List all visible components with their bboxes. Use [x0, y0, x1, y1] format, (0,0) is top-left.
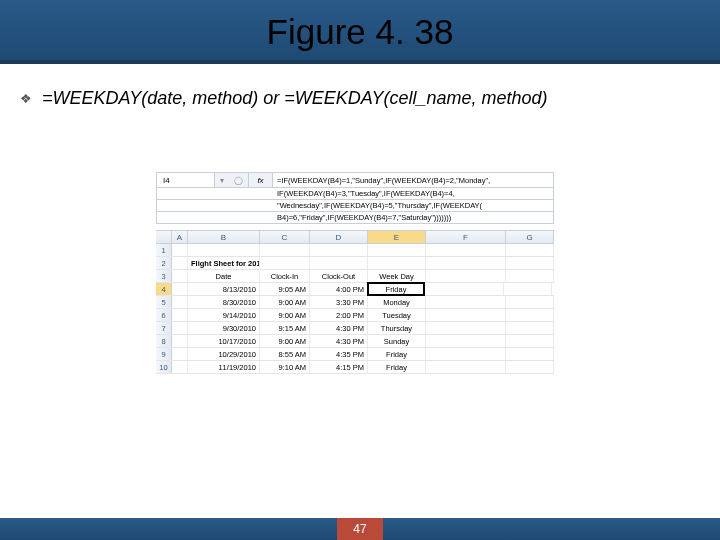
cell[interactable]: [424, 283, 504, 295]
col-header-c[interactable]: C: [260, 231, 310, 243]
row-header[interactable]: 5: [156, 296, 172, 308]
cell[interactable]: Friday: [367, 282, 425, 296]
cell[interactable]: [506, 335, 554, 347]
name-box[interactable]: I4: [157, 173, 215, 187]
col-header-d[interactable]: D: [310, 231, 368, 243]
cell[interactable]: 4:35 PM: [310, 348, 368, 360]
cell[interactable]: 8/30/2010: [188, 296, 260, 308]
cell[interactable]: [506, 244, 554, 256]
cell[interactable]: [506, 348, 554, 360]
cell[interactable]: Week Day: [368, 270, 426, 282]
col-header-a[interactable]: A: [172, 231, 188, 243]
cell[interactable]: [506, 361, 554, 373]
formula-line-1: IF(WEEKDAY(B4)=3,"Tuesday",IF(WEEKDAY(B4…: [156, 188, 554, 200]
row-header[interactable]: 1: [156, 244, 172, 256]
cell[interactable]: [310, 257, 368, 269]
formula-bar: I4 ▾ ◯ fx =IF(WEEKDAY(B4)=1,"Sunday",IF(…: [156, 172, 554, 188]
cell[interactable]: [368, 257, 426, 269]
dropdown-icon[interactable]: ▾: [220, 176, 224, 185]
row-header[interactable]: 9: [156, 348, 172, 360]
cell[interactable]: Tuesday: [368, 309, 426, 321]
cell[interactable]: 9:00 AM: [260, 335, 310, 347]
cell[interactable]: 3:30 PM: [310, 296, 368, 308]
cell[interactable]: [260, 257, 310, 269]
cell[interactable]: [426, 270, 506, 282]
cell[interactable]: [188, 244, 260, 256]
col-header-e[interactable]: E: [368, 231, 426, 243]
row-header[interactable]: 4: [156, 283, 172, 295]
cell[interactable]: [172, 335, 188, 347]
cell[interactable]: [426, 322, 506, 334]
cell[interactable]: [368, 244, 426, 256]
cell[interactable]: [504, 283, 552, 295]
cell[interactable]: [172, 348, 188, 360]
cell[interactable]: 4:30 PM: [310, 335, 368, 347]
table-row: 48/13/20109:05 AM4:00 PMFriday: [156, 283, 554, 296]
cell[interactable]: [506, 322, 554, 334]
spreadsheet-screenshot: I4 ▾ ◯ fx =IF(WEEKDAY(B4)=1,"Sunday",IF(…: [156, 172, 554, 374]
cell[interactable]: Date: [188, 270, 260, 282]
cell[interactable]: 9:05 AM: [260, 283, 310, 295]
cell[interactable]: [426, 296, 506, 308]
cell[interactable]: [506, 309, 554, 321]
circle-icon: ◯: [234, 176, 243, 185]
col-header-g[interactable]: G: [506, 231, 554, 243]
cell[interactable]: 8:55 AM: [260, 348, 310, 360]
cell[interactable]: 9:15 AM: [260, 322, 310, 334]
table-row: 2Flight Sheet for 2010: [156, 257, 554, 270]
cell[interactable]: 4:30 PM: [310, 322, 368, 334]
cell[interactable]: 9:00 AM: [260, 309, 310, 321]
cell[interactable]: 9:10 AM: [260, 361, 310, 373]
cell[interactable]: 8/13/2010: [188, 283, 260, 295]
cell[interactable]: [172, 322, 188, 334]
cell[interactable]: Thursday: [368, 322, 426, 334]
cell[interactable]: [172, 361, 188, 373]
cell[interactable]: [172, 283, 188, 295]
cell[interactable]: 10/17/2010: [188, 335, 260, 347]
fx-label[interactable]: fx: [249, 173, 273, 187]
formula-line-2: "Wednesday",IF(WEEKDAY(B4)=5,"Thursday",…: [156, 200, 554, 212]
formula-line-0[interactable]: =IF(WEEKDAY(B4)=1,"Sunday",IF(WEEKDAY(B4…: [273, 173, 553, 187]
cell[interactable]: Clock-Out: [310, 270, 368, 282]
cell[interactable]: [172, 270, 188, 282]
cell[interactable]: [426, 361, 506, 373]
cell[interactable]: Clock-In: [260, 270, 310, 282]
cell[interactable]: [426, 348, 506, 360]
col-header-f[interactable]: F: [426, 231, 506, 243]
cell[interactable]: [426, 309, 506, 321]
cell[interactable]: Monday: [368, 296, 426, 308]
cell[interactable]: 9/30/2010: [188, 322, 260, 334]
cell[interactable]: [260, 244, 310, 256]
cell[interactable]: 4:00 PM: [310, 283, 368, 295]
cell[interactable]: 2:00 PM: [310, 309, 368, 321]
row-header[interactable]: 3: [156, 270, 172, 282]
cell[interactable]: [172, 309, 188, 321]
row-header[interactable]: 2: [156, 257, 172, 269]
cell[interactable]: [426, 335, 506, 347]
table-row: 810/17/20109:00 AM4:30 PMSunday: [156, 335, 554, 348]
select-all-corner[interactable]: [156, 231, 172, 243]
cell[interactable]: [426, 244, 506, 256]
cell[interactable]: Sunday: [368, 335, 426, 347]
cell[interactable]: [310, 244, 368, 256]
cell[interactable]: 10/29/2010: [188, 348, 260, 360]
row-header[interactable]: 10: [156, 361, 172, 373]
row-header[interactable]: 7: [156, 322, 172, 334]
cell[interactable]: [426, 257, 506, 269]
cell[interactable]: Friday: [368, 361, 426, 373]
row-header[interactable]: 6: [156, 309, 172, 321]
cell[interactable]: 11/19/2010: [188, 361, 260, 373]
cell[interactable]: 9/14/2010: [188, 309, 260, 321]
cell[interactable]: [172, 244, 188, 256]
cell[interactable]: 9:00 AM: [260, 296, 310, 308]
cell[interactable]: [172, 257, 188, 269]
cell[interactable]: [172, 296, 188, 308]
cell[interactable]: [506, 257, 554, 269]
cell[interactable]: [506, 270, 554, 282]
cell[interactable]: Flight Sheet for 2010: [188, 257, 260, 269]
cell[interactable]: [506, 296, 554, 308]
row-header[interactable]: 8: [156, 335, 172, 347]
col-header-b[interactable]: B: [188, 231, 260, 243]
cell[interactable]: Friday: [368, 348, 426, 360]
cell[interactable]: 4:15 PM: [310, 361, 368, 373]
